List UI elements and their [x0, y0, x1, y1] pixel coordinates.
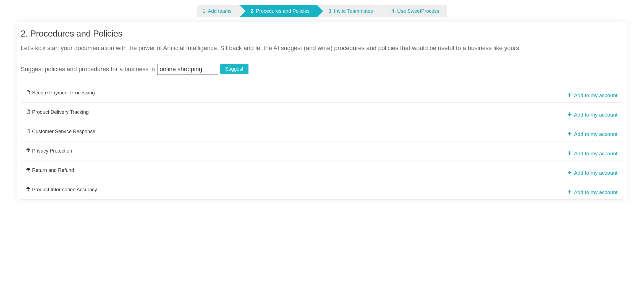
plus-icon: [567, 170, 572, 176]
suggestion-title: Customer Service Response: [32, 129, 95, 135]
suggestion-title: Secure Payment Processing: [32, 90, 95, 96]
suggestion-row: Product Delivery TrackingAdd to my accou…: [21, 103, 623, 122]
add-to-account-button[interactable]: Add to my account: [567, 112, 617, 118]
suggestion-title: Product Information Accuracy: [32, 187, 97, 193]
add-to-account-label: Add to my account: [574, 189, 617, 195]
procedures-link[interactable]: procedures: [334, 45, 365, 51]
plus-icon: [567, 189, 572, 195]
step-label: 3. Invite Teammates: [328, 8, 373, 14]
add-to-account-label: Add to my account: [574, 92, 617, 99]
suggestion-title-wrap: Return and Refund: [26, 167, 74, 173]
add-to-account-label: Add to my account: [574, 151, 617, 157]
add-to-account-label: Add to my account: [574, 131, 617, 137]
suggestion-title-wrap: Product Delivery Tracking: [26, 109, 89, 115]
suggestion-title: Product Delivery Tracking: [32, 109, 89, 115]
suggestion-row: Customer Service ResponseAdd to my accou…: [21, 122, 623, 141]
suggestion-title-wrap: Privacy Protection: [26, 148, 72, 154]
intro-text: Let's kick start your documentation with…: [21, 44, 623, 53]
onboarding-stepper: 1. Add teams 2. Procedures and Policies …: [0, 5, 644, 17]
umbrella-icon: [26, 167, 30, 173]
suggestion-title-wrap: Secure Payment Processing: [26, 90, 95, 96]
step-label: 4. Use SweetProcess: [392, 8, 439, 14]
plus-icon: [567, 92, 572, 99]
step-invite-teammates[interactable]: 3. Invite Teammates: [317, 5, 381, 17]
business-type-input[interactable]: [157, 64, 218, 75]
suggestion-title: Privacy Protection: [32, 148, 72, 154]
suggestion-title-wrap: Product Information Accuracy: [26, 187, 97, 193]
add-to-account-label: Add to my account: [574, 112, 617, 118]
step-label: 1. Add teams: [203, 8, 232, 14]
suggest-prompt-row: Suggest policies and procedures for a bu…: [21, 64, 623, 75]
step-label: 2. Procedures and Policies: [250, 8, 310, 14]
suggest-button[interactable]: Suggest: [220, 64, 248, 74]
umbrella-icon: [26, 148, 30, 154]
document-icon: [26, 90, 30, 96]
document-icon: [26, 109, 30, 115]
suggestion-list: Secure Payment ProcessingAdd to my accou…: [21, 83, 623, 200]
add-to-account-button[interactable]: Add to my account: [567, 131, 617, 137]
suggestion-title: Return and Refund: [32, 167, 74, 173]
content-card: 2. Procedures and Policies Let's kick st…: [17, 22, 627, 200]
add-to-account-button[interactable]: Add to my account: [567, 151, 617, 157]
umbrella-icon: [26, 187, 30, 193]
add-to-account-button[interactable]: Add to my account: [567, 189, 617, 195]
policies-link[interactable]: policies: [378, 45, 398, 51]
plus-icon: [567, 112, 572, 118]
prompt-label: Suggest policies and procedures for a bu…: [21, 66, 155, 73]
add-to-account-button[interactable]: Add to my account: [567, 92, 617, 99]
suggestion-row: Return and RefundAdd to my account: [21, 161, 623, 180]
page-title: 2. Procedures and Policies: [21, 29, 623, 39]
step-add-teams[interactable]: 1. Add teams: [197, 5, 239, 17]
add-to-account-label: Add to my account: [574, 170, 617, 176]
step-use-sweetprocess[interactable]: 4. Use SweetProcess: [381, 5, 447, 17]
plus-icon: [567, 151, 572, 157]
suggestion-title-wrap: Customer Service Response: [26, 129, 95, 135]
suggestion-row: Product Information AccuracyAdd to my ac…: [21, 180, 623, 200]
step-procedures-policies[interactable]: 2. Procedures and Policies: [239, 5, 317, 17]
suggestion-row: Privacy ProtectionAdd to my account: [21, 141, 623, 161]
plus-icon: [567, 131, 572, 137]
suggestion-row: Secure Payment ProcessingAdd to my accou…: [21, 83, 623, 103]
add-to-account-button[interactable]: Add to my account: [567, 170, 617, 176]
document-icon: [26, 129, 30, 135]
